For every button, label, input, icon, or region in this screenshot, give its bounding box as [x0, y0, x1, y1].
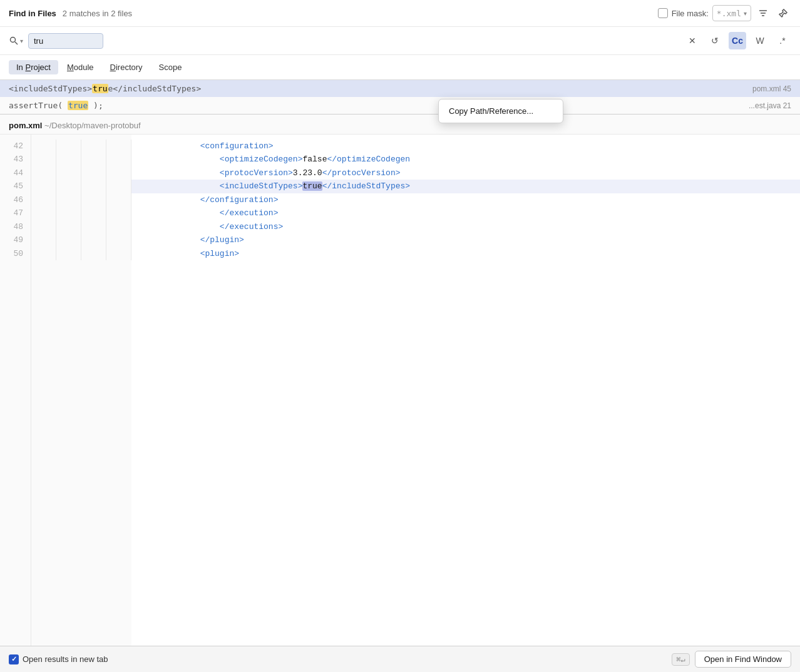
code-preview-panel: pom.xml ~/Desktop/maven-protobuf 42 43 4… [0, 115, 800, 646]
keyboard-shortcut: ⌘↵ [672, 653, 689, 666]
match-count: 2 matches in 2 files [63, 9, 132, 18]
gutter-row [31, 153, 131, 166]
refresh-button[interactable]: ↺ [706, 32, 724, 49]
tab-scope[interactable]: Scope [151, 60, 190, 74]
result-file-2: ...est.java 21 [749, 101, 791, 110]
filter-icon[interactable] [755, 5, 771, 21]
code-line-42: <configuration> [131, 140, 800, 153]
result-row[interactable]: <includeStdTypes>true</includeStdTypes> … [0, 80, 800, 97]
code-preview-header: pom.xml ~/Desktop/maven-protobuf [0, 115, 800, 135]
open-results-checkbox-area[interactable]: Open results in new tab [9, 654, 108, 664]
pin-icon[interactable] [775, 5, 791, 21]
context-menu: Copy Path/Reference... [438, 99, 563, 123]
regex-button[interactable]: .* [774, 32, 791, 49]
code-line-47: </execution> [131, 206, 800, 220]
svg-point-0 [11, 38, 16, 43]
code-line-45: <includeStdTypes>true</includeStdTypes> [131, 180, 800, 193]
tab-module[interactable]: Module [59, 60, 101, 74]
code-line-50: <plugin> [131, 247, 800, 260]
search-input[interactable] [28, 33, 103, 49]
find-in-files-title: Find in Files [9, 9, 56, 18]
gutter-row [31, 233, 131, 247]
code-lines: <configuration> <optimizeCodegen>false</… [131, 135, 800, 646]
result-row[interactable]: assertTrue( true ); ...est.java 21 [0, 97, 800, 114]
tab-directory[interactable]: Directory [103, 60, 150, 74]
case-sensitive-button[interactable]: Cc [729, 32, 746, 49]
open-results-checkbox[interactable] [9, 654, 19, 664]
gutter-row [31, 166, 131, 180]
code-line-46: </configuration> [131, 193, 800, 206]
svg-line-1 [15, 42, 18, 44]
code-line-43: <optimizeCodegen>false</optimizeCodegen [131, 153, 800, 166]
result-file-1: pom.xml 45 [752, 84, 791, 93]
gutter-row [31, 206, 131, 220]
code-content: 42 43 44 45 46 47 48 49 50 [0, 135, 800, 646]
search-icon-with-options[interactable]: ▾ [9, 36, 23, 46]
copy-path-menu-item[interactable]: Copy Path/Reference... [439, 102, 563, 120]
line-numbers: 42 43 44 45 46 47 48 49 50 [0, 135, 31, 646]
open-results-label: Open results in new tab [23, 654, 108, 664]
result-text-2: assertTrue( true ); [9, 101, 749, 110]
chevron-down-icon: ▾ [744, 10, 747, 17]
gutter-row [31, 140, 131, 153]
preview-filepath: ~/Desktop/maven-protobuf [44, 121, 141, 130]
gutter-row [31, 193, 131, 206]
file-mask-input[interactable]: *.xml ▾ [712, 5, 751, 21]
code-line-44: <protocVersion>3.23.0</protocVersion> [131, 166, 800, 180]
result-text-1: <includeStdTypes>true</includeStdTypes> [9, 84, 752, 93]
gutter-row [31, 180, 131, 193]
file-mask-label: File mask: [672, 9, 709, 18]
open-in-find-window-button[interactable]: Open in Find Window [695, 651, 791, 668]
gutter-row [31, 220, 131, 233]
close-search-button[interactable]: ✕ [684, 32, 701, 49]
preview-filename: pom.xml [9, 121, 42, 130]
tab-in-project[interactable]: In Project [9, 60, 58, 74]
results-area: <includeStdTypes>true</includeStdTypes> … [0, 80, 800, 114]
code-line-49: </plugin> [131, 233, 800, 247]
bottom-bar: Open results in new tab ⌘↵ Open in Find … [0, 646, 800, 672]
code-line-48: </executions> [131, 220, 800, 233]
file-mask-value: *.xml [717, 9, 741, 18]
gutter-row [31, 247, 131, 260]
file-mask-checkbox[interactable] [658, 8, 668, 18]
whole-word-button[interactable]: W [751, 32, 769, 49]
scope-tabs: In Project Module Directory Scope [0, 55, 800, 79]
